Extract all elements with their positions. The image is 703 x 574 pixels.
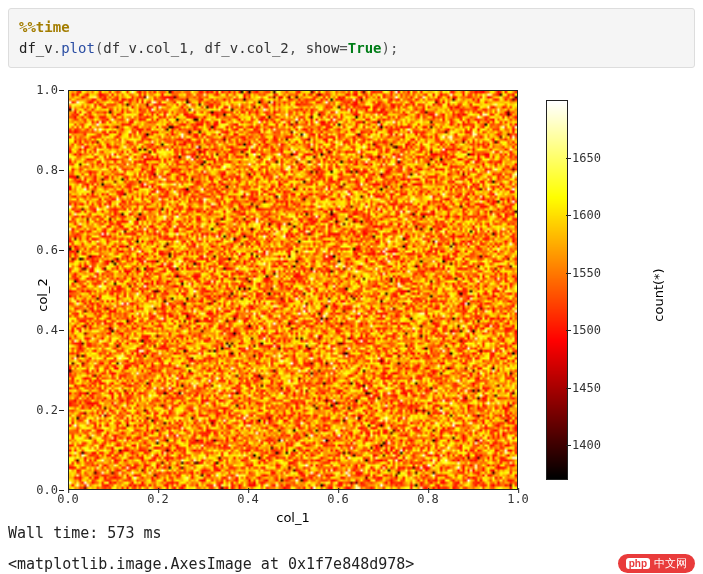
x-axis-label: col_1: [68, 510, 518, 525]
colorbar: 140014501500155016001650 count(*): [546, 80, 666, 510]
y-tick: 0.4: [36, 323, 58, 337]
heatmap-plot: [68, 90, 518, 490]
figure: col_2 0.00.20.40.60.81.0 0.00.20.40.60.8…: [28, 80, 695, 510]
heatmap-canvas: [69, 91, 517, 489]
colorbar-tick: 1600: [572, 208, 601, 222]
x-tick: 0.6: [327, 492, 349, 506]
code-method: plot: [61, 40, 95, 56]
watermark-text: 中文网: [654, 556, 687, 571]
code-kwval: True: [348, 40, 382, 56]
wall-time-output: Wall time: 573 ms: [8, 524, 695, 542]
y-tick: 0.8: [36, 163, 58, 177]
x-tick: 0.4: [237, 492, 259, 506]
x-tick: 1.0: [507, 492, 529, 506]
colorbar-label: count(*): [651, 268, 666, 321]
y-tick: 1.0: [36, 83, 58, 97]
watermark-badge: php 中文网: [618, 554, 695, 573]
colorbar-tick: 1400: [572, 438, 601, 452]
colorbar-gradient: [546, 100, 568, 480]
colorbar-tick: 1450: [572, 381, 601, 395]
x-tick: 0.2: [147, 492, 169, 506]
x-tick: 0.0: [57, 492, 79, 506]
repr-output: <matplotlib.image.AxesImage at 0x1f7e848…: [8, 555, 414, 573]
y-tick: 0.0: [36, 483, 58, 497]
colorbar-canvas: [547, 101, 567, 479]
y-tick: 0.6: [36, 243, 58, 257]
code-object: df_v: [19, 40, 53, 56]
watermark-php: php: [626, 558, 650, 569]
colorbar-tick: 1500: [572, 323, 601, 337]
code-arg1: df_v.col_1: [103, 40, 187, 56]
y-tick: 0.2: [36, 403, 58, 417]
code-cell: %%time df_v.plot(df_v.col_1, df_v.col_2,…: [8, 8, 695, 68]
x-ticks: 0.00.20.40.60.81.0: [68, 492, 518, 510]
colorbar-tick: 1550: [572, 266, 601, 280]
code-kw: show: [306, 40, 340, 56]
colorbar-tick: 1650: [572, 151, 601, 165]
x-tick: 0.8: [417, 492, 439, 506]
cell-magic: %%time: [19, 19, 70, 35]
heatmap-axes: col_2 0.00.20.40.60.81.0 0.00.20.40.60.8…: [28, 80, 528, 510]
code-arg2: df_v.col_2: [204, 40, 288, 56]
y-ticks: 0.00.20.40.60.81.0: [28, 90, 62, 490]
